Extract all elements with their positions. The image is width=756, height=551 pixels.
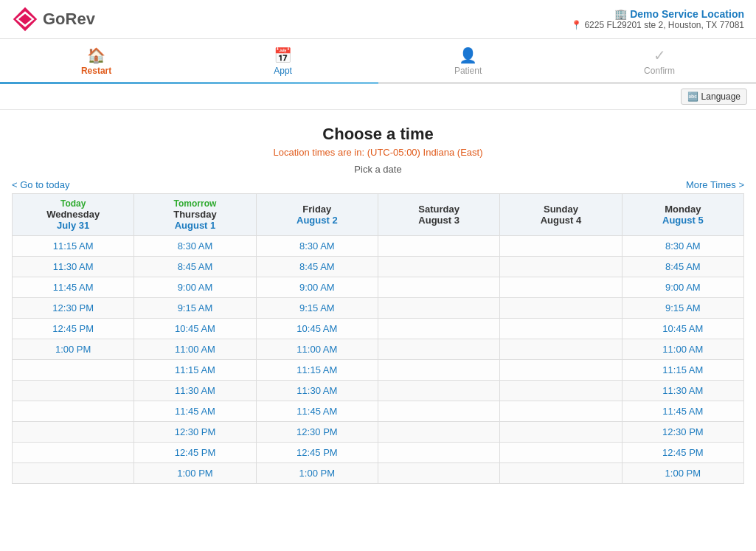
time-slot-cell[interactable]: 9:00 AM [134, 277, 256, 298]
time-slot[interactable]: 11:00 AM [175, 344, 215, 355]
time-slot-cell[interactable]: 9:00 AM [256, 277, 378, 298]
time-slot[interactable]: 12:30 PM [296, 426, 338, 437]
time-slot[interactable]: 9:15 AM [665, 302, 701, 313]
time-slot[interactable]: 10:45 AM [175, 323, 215, 334]
time-slot-cell [500, 360, 622, 381]
time-slot-cell[interactable]: 11:15 AM [13, 236, 134, 257]
time-slot-cell[interactable]: 1:00 PM [622, 463, 743, 484]
time-slot[interactable]: 10:45 AM [662, 323, 703, 334]
time-slot-cell [378, 401, 499, 422]
time-slot-cell[interactable]: 12:30 PM [134, 422, 256, 443]
time-slot[interactable]: 11:45 AM [296, 406, 337, 417]
time-slot-cell[interactable]: 11:30 AM [256, 381, 378, 401]
time-slot[interactable]: 11:45 AM [53, 282, 94, 293]
time-slot[interactable]: 8:45 AM [665, 261, 701, 272]
time-slot[interactable]: 11:15 AM [175, 364, 215, 375]
time-slot-cell[interactable]: 9:15 AM [134, 298, 256, 319]
time-slot[interactable]: 12:45 PM [662, 447, 704, 458]
time-slot[interactable]: 1:00 PM [177, 468, 212, 479]
time-slot-cell[interactable]: 12:45 PM [256, 443, 378, 463]
more-times-link[interactable]: More Times > [686, 179, 744, 190]
time-slot-cell[interactable]: 11:00 AM [622, 339, 743, 360]
timezone-info: Location times are in: (UTC-05:00) India… [12, 147, 744, 158]
time-slot[interactable]: 9:00 AM [178, 282, 213, 293]
time-slot-cell[interactable]: 9:00 AM [622, 277, 743, 298]
time-slot-cell[interactable]: 12:45 PM [134, 443, 256, 463]
nav-item-confirm[interactable]: ✓ Confirm [629, 44, 690, 82]
time-slot-cell[interactable]: 10:45 AM [256, 319, 378, 339]
time-slot-cell[interactable]: 10:45 AM [622, 319, 743, 339]
time-slot-cell[interactable]: 8:45 AM [134, 257, 256, 277]
time-slot-cell[interactable]: 11:15 AM [622, 360, 743, 381]
time-slot[interactable]: 12:45 PM [52, 323, 94, 334]
time-slot[interactable]: 1:00 PM [299, 468, 335, 479]
time-slot-cell[interactable]: 9:15 AM [256, 298, 378, 319]
time-slot-cell[interactable]: 11:45 AM [134, 401, 256, 422]
time-slot-cell[interactable]: 11:45 AM [622, 401, 743, 422]
time-slot[interactable]: 8:30 AM [665, 240, 701, 252]
time-slot-cell[interactable]: 8:45 AM [622, 257, 743, 277]
time-slot[interactable]: 11:30 AM [662, 385, 703, 396]
calendar-icon: 📅 [274, 46, 292, 64]
time-slot-cell [500, 381, 622, 401]
time-slot[interactable]: 9:00 AM [299, 282, 335, 293]
time-slot-cell[interactable]: 11:30 AM [622, 381, 743, 401]
nav-item-restart[interactable]: 🏠 Restart [66, 44, 126, 82]
time-slot[interactable]: 11:30 AM [53, 261, 94, 272]
time-slot-cell[interactable]: 11:45 AM [256, 401, 378, 422]
time-slot-cell[interactable]: 10:45 AM [134, 319, 256, 339]
pick-date-label: Pick a date [12, 164, 744, 175]
time-slot[interactable]: 1:00 PM [55, 344, 91, 355]
time-slot[interactable]: 10:45 AM [296, 323, 337, 334]
time-slot[interactable]: 12:30 PM [662, 426, 704, 437]
time-slot-cell[interactable]: 8:30 AM [622, 236, 743, 257]
time-slot[interactable]: 11:15 AM [53, 240, 94, 252]
time-slot[interactable]: 1:00 PM [665, 468, 701, 479]
time-slot[interactable]: 8:30 AM [299, 240, 335, 252]
time-slot-cell[interactable]: 11:45 AM [13, 277, 134, 298]
time-slot[interactable]: 8:45 AM [178, 261, 213, 272]
time-slot[interactable]: 12:30 PM [52, 302, 94, 313]
time-slot-cell[interactable]: 8:30 AM [134, 236, 256, 257]
time-slot[interactable]: 12:45 PM [175, 447, 216, 458]
nav-item-patient[interactable]: 👤 Patient [440, 44, 496, 82]
time-slot-cell[interactable]: 8:30 AM [256, 236, 378, 257]
date-aug2: August 2 [260, 215, 375, 226]
time-slot-cell[interactable]: 9:15 AM [622, 298, 743, 319]
time-slot-cell[interactable]: 12:45 PM [622, 443, 743, 463]
time-slot[interactable]: 11:15 AM [296, 364, 337, 375]
time-slot-cell[interactable]: 12:30 PM [13, 298, 134, 319]
time-slot-cell[interactable]: 11:30 AM [134, 381, 256, 401]
time-slot-cell[interactable]: 11:30 AM [13, 257, 134, 277]
time-slot-cell[interactable]: 1:00 PM [134, 463, 256, 484]
time-slot[interactable]: 12:30 PM [175, 426, 216, 437]
time-slot-cell[interactable]: 12:30 PM [256, 422, 378, 443]
language-button[interactable]: 🔤 Language [681, 89, 747, 105]
time-slot[interactable]: 11:15 AM [662, 364, 703, 375]
time-slot-cell[interactable]: 11:15 AM [134, 360, 256, 381]
time-slot-cell[interactable]: 11:15 AM [256, 360, 378, 381]
time-slot[interactable]: 11:00 AM [296, 344, 337, 355]
time-slot[interactable]: 11:45 AM [175, 406, 215, 417]
time-slot-cell [378, 277, 499, 298]
time-slot-cell[interactable]: 11:00 AM [256, 339, 378, 360]
time-slot[interactable]: 9:15 AM [299, 302, 335, 313]
go-to-today-link[interactable]: < Go to today [12, 179, 69, 190]
time-slot[interactable]: 9:15 AM [178, 302, 213, 313]
time-slot[interactable]: 9:00 AM [665, 282, 701, 293]
time-slot[interactable]: 11:45 AM [662, 406, 703, 417]
time-slot[interactable]: 11:30 AM [296, 385, 337, 396]
time-slot[interactable]: 11:00 AM [662, 344, 703, 355]
time-slot-cell[interactable]: 1:00 PM [13, 339, 134, 360]
time-slot[interactable]: 8:30 AM [178, 240, 213, 252]
time-slot-cell[interactable]: 8:45 AM [256, 257, 378, 277]
time-slot-cell[interactable]: 12:30 PM [622, 422, 743, 443]
time-slot-cell[interactable]: 11:00 AM [134, 339, 256, 360]
time-slot[interactable]: 12:45 PM [296, 447, 338, 458]
time-slot[interactable]: 8:45 AM [299, 261, 335, 272]
nav-item-appt[interactable]: 📅 Appt [259, 44, 307, 82]
time-slot-cell[interactable]: 12:45 PM [13, 319, 134, 339]
date-july31: July 31 [15, 220, 131, 231]
time-slot-cell[interactable]: 1:00 PM [256, 463, 378, 484]
time-slot[interactable]: 11:30 AM [175, 385, 215, 396]
